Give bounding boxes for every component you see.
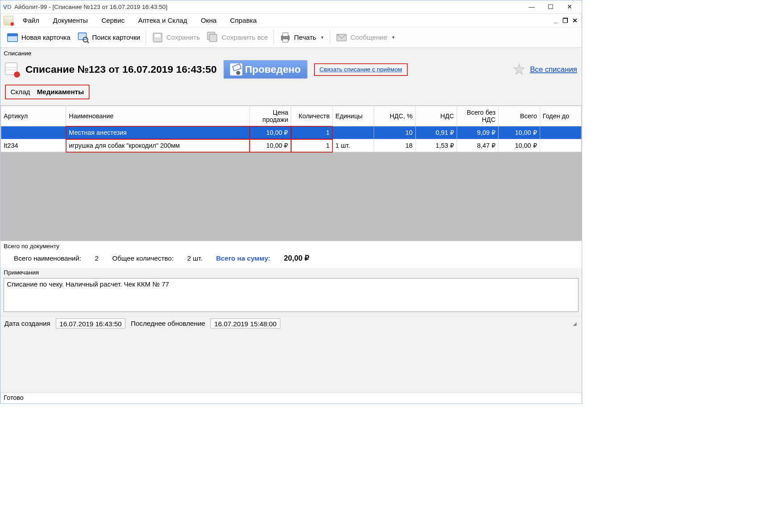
cell-vat_pct[interactable]: 10 <box>374 126 416 139</box>
cell-total[interactable]: 10,00 ₽ <box>498 126 540 139</box>
minimize-button[interactable]: — <box>522 0 542 13</box>
document-icon <box>5 62 18 76</box>
print-button[interactable]: Печать ▼ <box>276 29 328 46</box>
message-button[interactable]: Сообщение ▼ <box>332 29 399 46</box>
app-logo: VD <box>3 4 12 11</box>
mdi-restore-button[interactable]: ❐ <box>562 17 569 25</box>
col-price[interactable]: Цена продажи <box>250 106 291 126</box>
resize-grip-icon[interactable]: ◢ <box>571 320 578 328</box>
col-article[interactable]: Артикул <box>1 106 66 126</box>
total-names-value: 2 <box>95 254 98 262</box>
totals-caption: Всего по документу <box>0 241 582 250</box>
document-header: Списание №123 от 16.07.2019 16:43:50 Про… <box>0 58 582 83</box>
close-button[interactable]: ✕ <box>560 0 579 13</box>
notes-caption: Примечания <box>0 268 582 278</box>
col-total[interactable]: Всего <box>498 106 540 126</box>
svg-rect-11 <box>283 39 288 42</box>
save-all-label: Сохранить все <box>222 33 268 41</box>
document-title: Списание №123 от 16.07.2019 16:43:50 <box>25 64 217 75</box>
maximize-button[interactable]: ☐ <box>541 0 560 13</box>
message-icon <box>335 31 347 43</box>
created-label: Дата создания <box>4 320 50 327</box>
menu-pharmacy[interactable]: Аптека и Склад <box>131 15 194 27</box>
cell-qty[interactable]: 1 <box>291 139 333 152</box>
window-title: Айболит-99 - [Списание №123 от 16.07.201… <box>14 4 522 11</box>
menubar: Файл Документы Сервис Аптека и Склад Окн… <box>0 14 582 27</box>
cell-expiry[interactable] <box>540 126 581 139</box>
new-card-icon <box>6 31 18 43</box>
total-sum-label: Всего на сумму: <box>216 254 271 262</box>
total-qty-value: 2 шт. <box>187 254 202 262</box>
new-card-button[interactable]: Новая карточка <box>3 29 74 46</box>
link-appointment-box: Связать списание с приёмом <box>314 63 407 76</box>
menu-file[interactable]: Файл <box>16 15 46 27</box>
toolbar: Новая карточка Поиск карточки Сохранить … <box>0 27 582 48</box>
save-button[interactable]: Сохранить <box>148 29 204 46</box>
cell-total[interactable]: 10,00 ₽ <box>498 139 540 152</box>
table-row[interactable]: Местная анестезия10,00 ₽1100,91 ₽9,09 ₽1… <box>1 126 581 139</box>
save-all-button[interactable]: Сохранить все <box>204 29 271 46</box>
save-all-icon <box>207 31 219 43</box>
col-expiry[interactable]: Годен до <box>540 106 581 126</box>
cell-vat[interactable]: 0,91 ₽ <box>416 126 457 139</box>
cell-price[interactable]: 10,00 ₽ <box>250 126 291 139</box>
updated-value: 16.07.2019 15:48:00 <box>211 318 280 328</box>
new-card-label: Новая карточка <box>21 33 71 41</box>
panel-caption: Списание <box>0 48 582 58</box>
total-names-label: Всего наименований: <box>14 254 81 262</box>
cell-article[interactable] <box>1 126 66 139</box>
mdi-close-button[interactable]: ✕ <box>571 17 579 25</box>
cell-name[interactable]: игрушка для собак "крокодил" 200мм <box>66 139 250 152</box>
cell-price[interactable]: 10,00 ₽ <box>250 139 291 152</box>
cell-article[interactable]: It234 <box>1 139 66 152</box>
menu-windows[interactable]: Окна <box>194 15 224 27</box>
menu-service[interactable]: Сервис <box>95 15 131 27</box>
chevron-down-icon: ▼ <box>320 35 324 40</box>
menu-documents[interactable]: Документы <box>46 15 95 27</box>
svg-rect-8 <box>209 34 217 42</box>
cell-qty[interactable]: 1 <box>291 126 333 139</box>
status-badge: Проведено <box>224 60 308 79</box>
col-name[interactable]: Наименование <box>66 106 250 126</box>
cell-name[interactable]: Местная анестезия <box>66 126 250 139</box>
stamp-icon <box>230 63 242 75</box>
toolbar-separator <box>146 30 146 45</box>
mdi-minimize-button[interactable]: _ <box>552 17 559 25</box>
app-icon <box>4 16 13 25</box>
cell-unit[interactable] <box>333 126 374 139</box>
svg-rect-6 <box>155 34 160 37</box>
search-card-button[interactable]: Поиск карточки <box>74 29 143 46</box>
grid-empty-area <box>1 152 582 240</box>
message-label: Сообщение <box>350 33 388 41</box>
svg-marker-13 <box>514 64 525 75</box>
chevron-down-icon: ▼ <box>392 35 396 40</box>
svg-rect-1 <box>8 33 18 36</box>
star-icon[interactable] <box>513 63 525 75</box>
table-row[interactable]: It234игрушка для собак "крокодил" 200мм1… <box>1 139 581 152</box>
notes-textarea[interactable]: Списание по чеку. Наличный расчет. Чек К… <box>4 278 578 312</box>
cell-total_no_vat[interactable]: 9,09 ₽ <box>457 126 498 139</box>
search-card-label: Поиск карточки <box>92 33 140 41</box>
dates-row: Дата создания 16.07.2019 16:43:50 Послед… <box>0 316 582 332</box>
warehouse-box[interactable]: Склад Медикаменты <box>5 85 89 100</box>
col-total-no-vat[interactable]: Всего без НДС <box>457 106 498 126</box>
cell-vat[interactable]: 1,53 ₽ <box>416 139 457 152</box>
created-value: 16.07.2019 16:43:50 <box>56 318 125 328</box>
warehouse-value: Медикаменты <box>37 88 84 96</box>
col-vat-pct[interactable]: НДС, % <box>374 106 416 126</box>
toolbar-separator <box>330 30 330 45</box>
all-writeoffs-link[interactable]: Все списания <box>530 65 577 74</box>
cell-expiry[interactable] <box>540 139 581 152</box>
col-unit[interactable]: Единицы <box>333 106 374 126</box>
print-label: Печать <box>294 33 317 41</box>
col-qty[interactable]: Количеств <box>291 106 333 126</box>
link-appointment[interactable]: Связать списание с приёмом <box>319 66 402 73</box>
cell-total_no_vat[interactable]: 8,47 ₽ <box>457 139 498 152</box>
cell-vat_pct[interactable]: 18 <box>374 139 416 152</box>
col-vat[interactable]: НДС <box>416 106 457 126</box>
cell-unit[interactable]: 1 шт. <box>333 139 374 152</box>
items-table[interactable]: Артикул Наименование Цена продажи Количе… <box>1 106 582 152</box>
statusbar: Готово <box>0 393 582 403</box>
menu-help[interactable]: Справка <box>223 15 263 27</box>
print-icon <box>279 31 291 43</box>
